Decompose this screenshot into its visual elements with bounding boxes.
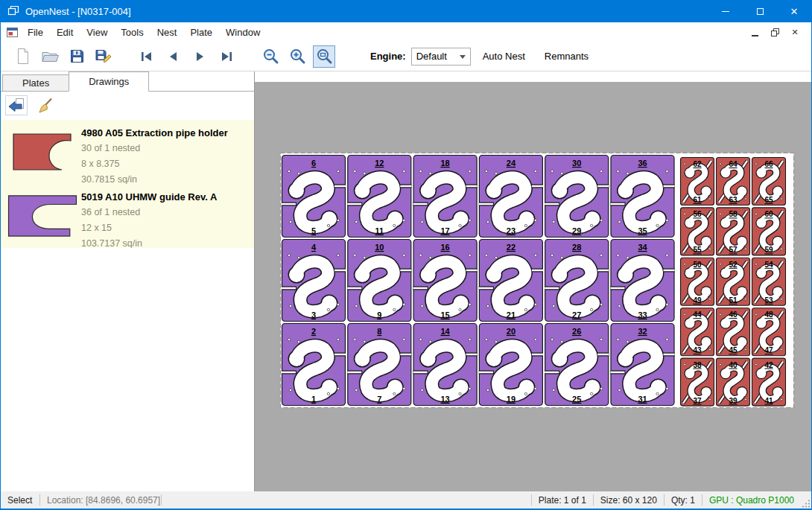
nest-cell-red[interactable]: 4443 (681, 308, 714, 356)
nest-cell-red[interactable]: 6261 (681, 158, 714, 205)
drawing-list: 4980 A05 Extraction pipe holder 30 of 1 … (1, 120, 254, 248)
mdi-close-button[interactable]: ✕ (789, 26, 801, 38)
open-button[interactable] (39, 45, 61, 68)
menu-nest[interactable]: Nest (150, 24, 184, 41)
nest-cell-purple[interactable]: 109 (347, 240, 411, 322)
nest-cell-red[interactable]: 4039 (717, 358, 750, 406)
part-number: 53 (764, 296, 773, 305)
nest-cell-red[interactable]: 5049 (681, 258, 714, 305)
menu-window[interactable]: Window (219, 24, 267, 41)
part-number: 58 (729, 210, 738, 218)
engine-select[interactable]: Default (411, 48, 471, 66)
new-file-icon (16, 48, 31, 65)
window-title: OpenNest - [N0317-004] (25, 6, 131, 17)
window-controls: ✕ (708, 0, 811, 22)
nest-cell-purple[interactable]: 3433 (611, 240, 675, 322)
nest-cell-purple[interactable]: 87 (347, 324, 411, 406)
zoom-fit-icon (316, 48, 333, 65)
nest-cell-red[interactable]: 5453 (752, 258, 786, 305)
last-plate-button[interactable] (215, 45, 238, 68)
part-number: 43 (693, 346, 702, 354)
plate[interactable]: 6512111817242330293635431091615222128273… (280, 153, 794, 408)
part-number: 9 (377, 310, 381, 319)
menu-plate[interactable]: Plate (183, 24, 219, 41)
nest-cell-red[interactable]: 6463 (717, 158, 750, 205)
nest-cell-red[interactable]: 5655 (681, 208, 714, 255)
nest-cell-purple[interactable]: 43 (282, 240, 346, 322)
nest-cell-purple[interactable]: 65 (282, 156, 346, 238)
previous-plate-button[interactable] (162, 45, 184, 68)
part-number: 1 (311, 395, 316, 404)
menu-tools[interactable]: Tools (114, 24, 150, 41)
part-number: 41 (764, 397, 773, 405)
part-number: 39 (729, 397, 738, 405)
thumbnail-box (4, 188, 81, 243)
nest-cell-purple[interactable]: 1413 (413, 324, 478, 406)
nest-cell-red[interactable]: 4847 (752, 308, 786, 356)
status-plate: Plate: 1 of 1 (532, 491, 593, 509)
part-number: 16 (440, 243, 449, 252)
drawing-area: 103.7137 sq/in (81, 236, 217, 248)
part-number: 62 (693, 160, 702, 168)
nest-cell-purple[interactable]: 2019 (479, 324, 543, 406)
send-to-plate-button[interactable] (5, 95, 28, 115)
menu-view[interactable]: View (80, 24, 114, 41)
menu-file[interactable]: File (21, 24, 50, 41)
nest-cell-purple[interactable]: 3231 (611, 324, 675, 406)
part-number: 34 (638, 243, 647, 252)
next-plate-button[interactable] (188, 45, 211, 68)
nest-cell-red[interactable]: 3837 (681, 358, 714, 406)
nest-cell-red[interactable]: 6059 (752, 208, 786, 255)
nest-cell-purple[interactable]: 2827 (545, 240, 609, 322)
mdi-minimize-button[interactable] (749, 26, 761, 38)
zoom-in-button[interactable] (286, 45, 308, 68)
maximize-button[interactable] (743, 0, 777, 22)
nest-cell-purple[interactable]: 2423 (479, 156, 543, 238)
zoom-out-button[interactable] (259, 45, 282, 68)
nest-cell-purple[interactable]: 2625 (545, 324, 609, 406)
nest-cell-purple[interactable]: 1615 (413, 240, 478, 322)
nest-cell-purple[interactable]: 3029 (545, 156, 609, 238)
part-number: 14 (440, 327, 450, 336)
engine-label: Engine: (370, 51, 406, 62)
nest-cell-red[interactable]: 5251 (717, 258, 750, 305)
part-number: 10 (375, 243, 384, 252)
menu-edit[interactable]: Edit (50, 24, 80, 41)
app-window: OpenNest - [N0317-004] ✕ File Edit View … (0, 0, 812, 510)
minimize-button[interactable] (708, 0, 743, 22)
nest-cell-red[interactable]: 4241 (752, 358, 786, 406)
tab-plates[interactable]: Plates (2, 74, 69, 92)
nest-cell-red[interactable]: 4645 (717, 308, 750, 356)
part-number: 22 (507, 243, 516, 252)
drawing-item-2[interactable]: 5019 A10 UHMW guide Rev. A 36 of 1 neste… (1, 184, 254, 248)
mdi-restore-button[interactable] (769, 26, 781, 38)
nest-cell-purple[interactable]: 1817 (413, 156, 478, 238)
blue-arrow-left-icon (7, 98, 25, 113)
nest-cell-purple[interactable]: 21 (282, 324, 346, 406)
drawing-name: 4980 A05 Extraction pipe holder (81, 126, 228, 141)
clear-button[interactable] (34, 95, 56, 115)
resize-grip[interactable] (801, 491, 811, 509)
toolbar: Engine: Default Auto Nest Remnants (1, 42, 811, 71)
nest-canvas[interactable]: 6512111817242330293635431091615222128273… (255, 82, 811, 491)
nest-cell-purple[interactable]: 2221 (479, 240, 543, 322)
new-button[interactable] (12, 45, 34, 68)
drawing-item-1[interactable]: 4980 A05 Extraction pipe holder 30 of 1 … (1, 120, 254, 184)
first-plate-button[interactable] (135, 45, 157, 68)
nest-cell-red[interactable]: 5857 (717, 208, 750, 255)
mdi-minimize-icon (752, 35, 758, 36)
remnants-button[interactable]: Remnants (537, 46, 596, 66)
close-button[interactable]: ✕ (777, 0, 811, 22)
auto-nest-button[interactable]: Auto Nest (475, 46, 533, 66)
part-number: 56 (693, 210, 702, 218)
tab-drawings[interactable]: Drawings (69, 71, 149, 92)
save-button[interactable] (66, 45, 88, 68)
part-number: 2 (311, 327, 316, 336)
save-as-button[interactable] (92, 45, 115, 68)
part-number: 57 (729, 246, 738, 254)
part-number: 44 (693, 310, 702, 319)
nest-cell-purple[interactable]: 1211 (347, 156, 411, 238)
nest-cell-red[interactable]: 6665 (752, 158, 786, 205)
zoom-fit-button[interactable] (313, 45, 335, 68)
nest-cell-purple[interactable]: 3635 (611, 156, 675, 238)
